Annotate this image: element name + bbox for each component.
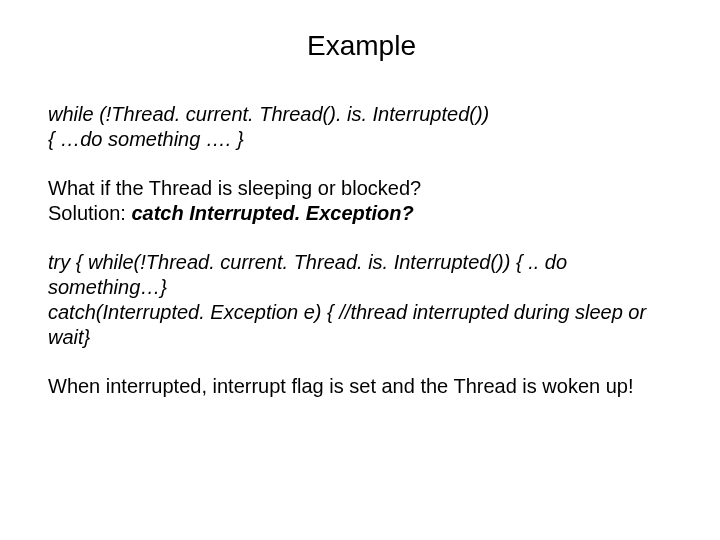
spacer [48, 350, 675, 374]
solution-label: Solution: [48, 202, 131, 224]
code-block-1-line-1: while (!Thread. current. Thread(). is. I… [48, 102, 675, 127]
question-line-2: Solution: catch Interrupted. Exception? [48, 201, 675, 226]
code-block-1-line-2: { …do something …. } [48, 127, 675, 152]
solution-text: catch Interrupted. Exception? [131, 202, 413, 224]
conclusion-line: When interrupted, interrupt flag is set … [48, 374, 675, 399]
slide: Example while (!Thread. current. Thread(… [0, 0, 720, 540]
slide-body: while (!Thread. current. Thread(). is. I… [48, 102, 675, 399]
code-block-2-line-1: try { while(!Thread. current. Thread. is… [48, 250, 675, 300]
spacer [48, 152, 675, 176]
slide-title: Example [48, 30, 675, 62]
question-line-1: What if the Thread is sleeping or blocke… [48, 176, 675, 201]
spacer [48, 226, 675, 250]
code-block-2-line-2: catch(Interrupted. Exception e) { //thre… [48, 300, 675, 350]
